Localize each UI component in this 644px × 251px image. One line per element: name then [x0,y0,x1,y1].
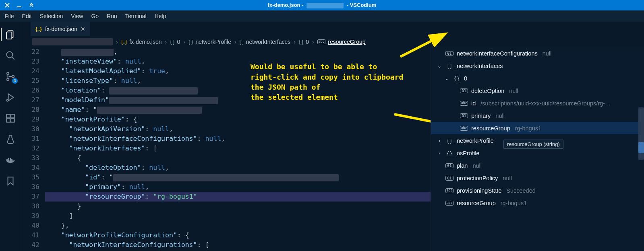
outline-item[interactable]: 01primarynull [431,109,644,122]
outline-item[interactable]: 01protectionPolicynull [431,172,644,184]
code-line[interactable]: "licenseType": null, [45,76,431,86]
source-control-icon[interactable]: 4 [1,67,20,86]
string-type-icon: abc [445,188,453,193]
string-type-icon: abc [460,126,468,131]
code-line[interactable]: "name": " [45,105,431,115]
close-tab-icon[interactable]: ✕ [81,26,85,32]
svg-rect-10 [11,114,14,118]
editor-tab[interactable]: {..} fx-demo.json ✕ [31,22,90,36]
menu-edit[interactable]: Edit [18,12,36,21]
code-editor[interactable]: 2223242526272829303132333435363738394041… [21,47,431,251]
outline-item-name: plan [457,163,468,169]
breadcrumb-file[interactable]: {..} fx-demo.json [121,39,162,45]
svg-point-6 [6,99,8,101]
breadcrumb-redacted [32,38,113,45]
outline-item[interactable]: abcresourceGrouprg-bogus1 [431,122,644,134]
outline-item-name: deleteOption [471,88,504,94]
breadcrumb[interactable]: › {..} fx-demo.json › { }0 › { }networkP… [21,36,644,47]
breadcrumb-item[interactable]: [ ]networkInterfaces [240,39,291,45]
breadcrumb-leaf[interactable]: abc resourceGroup [317,39,366,45]
code-line[interactable]: "networkProfileConfiguration": { [45,230,431,240]
line-number: 42 [21,240,39,250]
object-type-icon: { } [453,76,461,81]
outline-item-value: null [543,50,552,57]
chevron-right-icon[interactable]: › [437,138,442,144]
extensions-icon[interactable] [1,109,20,128]
string-type-icon: abc [445,201,453,206]
outline-item[interactable]: 01networkInterfaceConfigurationsnull [431,47,644,60]
window-title: fx-demo.json - - VSCodium [268,2,377,8]
svg-rect-13 [10,159,11,160]
activitybar: 4 [0,22,21,251]
outline-item-name: protectionPolicy [457,175,498,181]
chevron-down-icon[interactable]: ⌄ [444,76,449,81]
line-number: 24 [21,66,39,76]
outline-item-name: networkProfile [457,138,494,144]
code-line[interactable]: ] [45,211,431,221]
code-line[interactable]: "networkInterfaceConfigurations": [ [45,240,431,250]
menu-terminal[interactable]: Terminal [121,12,151,21]
code-line[interactable]: }, [45,221,431,230]
code-line[interactable]: "id": " [45,173,431,182]
scrollbar-thumb[interactable] [638,142,644,153]
outline-item-name: 0 [464,75,467,82]
bookmarks-icon[interactable] [1,171,20,191]
line-number: 25 [21,76,39,86]
code-line[interactable]: "networkInterfaceConfigurations": null, [45,134,431,144]
outline-item-name: networkInterfaceConfigurations [457,50,538,57]
code-line[interactable]: "location": [45,86,431,95]
code-line[interactable]: "modelDefin" [45,95,431,105]
svg-rect-8 [6,119,10,122]
outline-item-value: null [509,88,518,94]
testing-icon[interactable] [1,130,20,149]
code-line[interactable]: "latestModelApplied": true, [45,66,431,76]
explorer-icon[interactable] [1,25,20,44]
bool-type-icon: 01 [460,88,468,93]
menu-go[interactable]: Go [87,12,103,21]
code-line[interactable]: "networkApiVersion": null, [45,124,431,134]
breadcrumb-item[interactable]: { }0 [299,39,309,45]
docker-icon[interactable] [1,150,20,170]
menu-selection[interactable]: Selection [36,12,67,21]
window-maximize-icon[interactable] [28,2,35,8]
code-line[interactable]: { [45,153,431,163]
bool-type-icon: 01 [445,176,453,181]
code-line[interactable]: "primary": null, [45,182,431,192]
line-number: 37 [21,192,39,202]
svg-point-3 [6,72,8,74]
chevron-down-icon[interactable]: ⌄ [437,63,442,69]
outline-item[interactable]: ⌄{ }0 [431,72,644,84]
menu-help[interactable]: Help [151,12,170,21]
line-number: 27 [21,95,39,105]
code-line[interactable]: "deleteOption": null, [45,163,431,173]
outline-item[interactable]: 01deleteOptionnull [431,84,644,97]
code-line[interactable]: "networkInterfaces": [ [45,144,431,153]
line-number: 36 [21,182,39,192]
code-line[interactable]: "instanceView": null, [45,57,431,66]
bool-type-icon: 01 [445,163,453,168]
code-line[interactable]: "resourceGroup": "rg-bogus1" [45,192,431,202]
outline-item[interactable]: ⌄[ ]networkInterfaces [431,60,644,72]
menu-run[interactable]: Run [103,12,121,21]
menu-view[interactable]: View [67,12,87,21]
breadcrumb-item[interactable]: { }0 [170,39,180,45]
code-line[interactable]: , [45,47,431,57]
window-close-icon[interactable] [4,2,10,8]
outline-item-name: provisioningState [457,187,501,194]
outline-item[interactable]: abcprovisioningStateSucceeded [431,184,644,197]
breadcrumb-item[interactable]: { }networkProfile [188,39,231,45]
chevron-right-icon[interactable]: › [437,150,442,156]
outline-item[interactable]: 01plannull [431,159,644,172]
string-type-icon: abc [317,39,325,44]
window-minimize-icon[interactable] [16,2,23,8]
outline-item-name: id [471,100,476,107]
code-line[interactable]: } [45,202,431,211]
menu-file[interactable]: File [1,12,18,21]
code-line[interactable]: "networkProfile": { [45,115,431,124]
outline-item[interactable]: abcid/subscriptions/uuid-xxx-uuid/resour… [431,97,644,109]
search-icon[interactable] [1,46,20,65]
line-number: 26 [21,86,39,95]
outline-item[interactable]: abcresourceGrouprg-bogus1 [431,197,644,209]
run-debug-icon[interactable] [1,88,20,107]
editor-group: {..} fx-demo.json ✕ › {..} fx-demo.json … [21,22,644,251]
